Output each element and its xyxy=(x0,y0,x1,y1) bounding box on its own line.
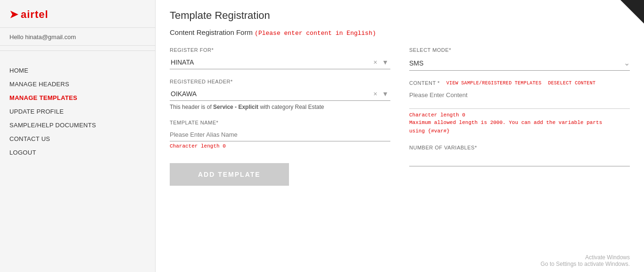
hello-area: Hello hinata@gmail.com xyxy=(0,28,155,46)
select-mode-select[interactable]: SMS ⌄ xyxy=(409,56,630,71)
logo: ➤ airtel xyxy=(9,8,146,21)
nav-menu: HOME MANAGE HEADERS MANAGE TEMPLATES UPD… xyxy=(0,58,155,156)
deselect-content-link[interactable]: DESELECT CONTENT xyxy=(548,81,595,86)
sidebar-item-manage-headers[interactable]: MANAGE HEADERS xyxy=(9,81,155,88)
registered-header-value: OIKAWA xyxy=(170,90,371,98)
register-for-select[interactable]: HINATA × ▼ xyxy=(170,56,390,69)
content-section: CONTENT * VIEW SAMPLE/REGISTERED TEMPLAT… xyxy=(409,80,630,135)
add-template-button[interactable]: ADD TEMPLATE xyxy=(170,163,289,186)
register-for-label: REGISTER FOR* xyxy=(170,47,390,53)
sidebar: ➤ airtel Hello hinata@gmail.com HOME MAN… xyxy=(0,0,156,272)
registered-header-clear-icon[interactable]: × xyxy=(371,90,380,98)
left-column: REGISTER FOR* HINATA × ▼ REGISTERED HEAD… xyxy=(170,47,390,195)
subtitle-text: Content Registration Form xyxy=(170,28,253,36)
content-header-row: CONTENT * VIEW SAMPLE/REGISTERED TEMPLAT… xyxy=(409,80,630,86)
content-limit-note: Maximum allowed length is 2000. You can … xyxy=(409,119,630,135)
select-mode-value: SMS xyxy=(409,59,624,67)
template-name-char-count: Character length 0 xyxy=(170,143,390,149)
registered-header-arrow-icon[interactable]: ▼ xyxy=(380,90,390,98)
registered-header-section: REGISTERED HEADER* OIKAWA × ▼ This heade… xyxy=(170,79,390,110)
number-of-variables-section: NUMBER OF VARIABLES* xyxy=(409,145,630,166)
content-limit-line1: Maximum allowed length is 2000. You can … xyxy=(409,120,602,125)
template-name-label: TEMPLATE NAME* xyxy=(170,120,390,125)
content-textarea[interactable] xyxy=(409,89,630,109)
activate-windows-line2: Go to Settings to activate Windows. xyxy=(541,261,630,267)
add-template-section: ADD TEMPLATE xyxy=(170,158,390,186)
sidebar-item-sample-help[interactable]: SAMPLE/HELP DOCUMENTS xyxy=(9,122,155,129)
content-limit-line2: using {#var#} xyxy=(409,128,450,134)
form-subtitle: Content Registration Form (Please enter … xyxy=(170,28,630,37)
logo-area: ➤ airtel xyxy=(0,0,155,28)
sidebar-item-update-profile[interactable]: UPDATE PROFILE xyxy=(9,108,155,115)
sidebar-divider xyxy=(0,50,155,51)
content-char-count: Character length 0 xyxy=(409,112,630,118)
header-note: This header is of Service - Explicit wit… xyxy=(170,104,390,110)
sidebar-item-contact-us[interactable]: CONTACT US xyxy=(9,135,155,142)
subtitle-note: (Please enter content in English) xyxy=(255,30,376,37)
register-for-value: HINATA xyxy=(170,58,371,66)
hello-email: hinata@gmail.com xyxy=(25,33,76,41)
form-grid: REGISTER FOR* HINATA × ▼ REGISTERED HEAD… xyxy=(170,47,630,195)
registered-header-select[interactable]: OIKAWA × ▼ xyxy=(170,87,390,101)
select-mode-section: SELECT MODE* SMS ⌄ xyxy=(409,47,630,71)
activate-windows-line1: Activate Windows xyxy=(541,254,630,261)
number-of-variables-input[interactable] xyxy=(409,153,630,166)
register-for-arrow-icon[interactable]: ▼ xyxy=(380,58,390,66)
sidebar-item-logout[interactable]: LOGOUT xyxy=(9,149,155,156)
hello-greeting: Hello xyxy=(9,33,24,41)
header-note-prefix: This header is of xyxy=(170,104,213,110)
page-title: Template Registration xyxy=(170,9,630,22)
right-column: SELECT MODE* SMS ⌄ CONTENT * VIEW SAMPLE… xyxy=(409,47,630,195)
sidebar-item-manage-templates[interactable]: MANAGE TEMPLATES xyxy=(9,94,155,101)
template-name-input[interactable] xyxy=(170,128,390,141)
airtel-logo-brand: airtel xyxy=(21,8,49,21)
register-for-section: REGISTER FOR* HINATA × ▼ xyxy=(170,47,390,69)
number-of-variables-label: NUMBER OF VARIABLES* xyxy=(409,145,630,150)
template-name-section: TEMPLATE NAME* Character length 0 xyxy=(170,120,390,149)
header-note-type: Service - Explicit xyxy=(213,104,258,110)
register-for-clear-icon[interactable]: × xyxy=(371,58,380,66)
view-sample-link[interactable]: VIEW SAMPLE/REGISTERED TEMPLATES xyxy=(446,81,542,86)
content-label: CONTENT * xyxy=(409,80,440,86)
select-mode-arrow-icon[interactable]: ⌄ xyxy=(624,58,630,67)
sidebar-item-home[interactable]: HOME xyxy=(9,67,155,74)
select-mode-label: SELECT MODE* xyxy=(409,47,630,53)
registered-header-label: REGISTERED HEADER* xyxy=(170,79,390,84)
airtel-logo-icon: ➤ xyxy=(9,8,18,21)
main-content: Template Registration Content Registrati… xyxy=(156,0,644,272)
activate-windows: Activate Windows Go to Settings to activ… xyxy=(541,254,630,267)
header-note-suffix: with category Real Estate xyxy=(258,104,324,110)
